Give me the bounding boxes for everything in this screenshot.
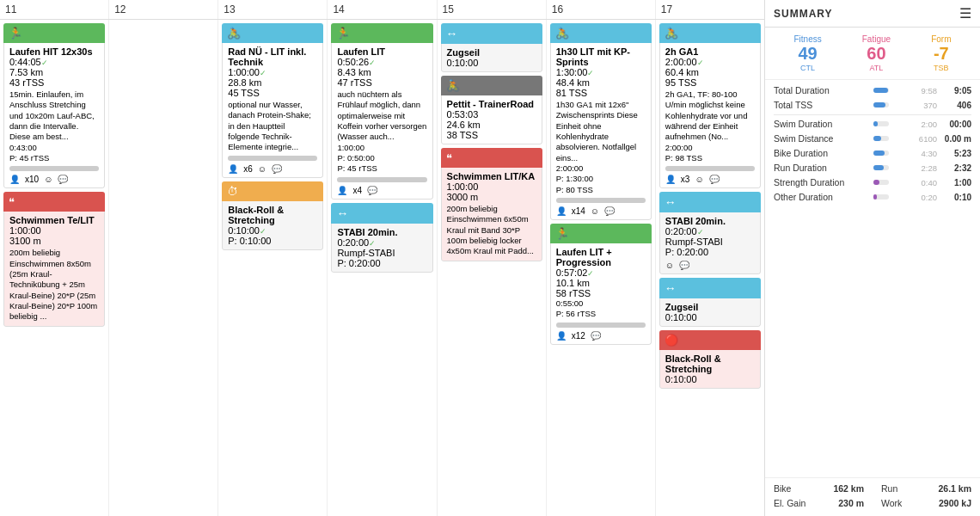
stat-value-left: 2:28 — [894, 163, 937, 173]
activity-2h-ga1[interactable]: 🚴 2h GA1 2:00:00✓ 60.4 km 95 TSS 2h GA1,… — [659, 23, 761, 188]
summary-title: SUMMARY — [774, 8, 833, 20]
people-icon: 👤 — [556, 206, 567, 216]
card-km: 60.4 km — [665, 67, 755, 77]
stat-bar-container — [873, 102, 889, 108]
extra-stat-label: Run — [881, 483, 897, 494]
activity-laufen-hit[interactable]: 🏃 Laufen HIT 12x30s 0:44:05✓ 7.53 km 43 … — [3, 23, 105, 188]
card-km: 24.6 km — [447, 120, 536, 130]
arrows-icon: ↔ — [665, 281, 677, 295]
card-km: 28.8 km — [228, 77, 317, 88]
people-icon: 👤 — [228, 164, 238, 174]
stat-bar — [873, 88, 888, 93]
extra-stat-row-3: Work 2900 kJ — [881, 498, 971, 508]
activity-laufen-lit[interactable]: 🏃 Laufen LIT 0:50:26✓ 8.43 km 47 rTSS au… — [331, 23, 432, 200]
card-title: Pettit - TrainerRoad — [447, 99, 536, 109]
stat-value-right: 00:00 — [937, 120, 971, 129]
card-p: P: 0:20:00 — [337, 258, 426, 268]
stat-row-0: Total Duration 9:58 9:05 — [774, 85, 971, 95]
card-title: Laufen LIT + Progression — [556, 247, 646, 267]
chat-icon: 💬 — [367, 186, 377, 195]
activity-stabi-14[interactable]: ↔ STABI 20min. 0:20:00✓ Rumpf-STABI P: 0… — [331, 203, 432, 273]
stat-bar — [873, 136, 881, 141]
day-col-12 — [109, 20, 218, 516]
stat-label: Other Duration — [774, 192, 868, 202]
summary-menu-icon[interactable]: ☰ — [959, 5, 971, 22]
card-time: 2:00:00✓ — [665, 57, 755, 67]
stat-row-1: Total TSS 370 406 — [774, 100, 971, 110]
card-tss: 95 TSS — [665, 77, 755, 88]
extra-stat-label: Bike — [774, 483, 791, 494]
chat-icon: 💬 — [58, 175, 68, 184]
card-time: 0:10:00 — [447, 58, 536, 68]
card-count: x10 — [25, 175, 39, 184]
timer-icon: ⏱ — [227, 185, 238, 198]
card-p2: P: 45 rTSS — [337, 163, 426, 174]
day-col-17: 🚴 2h GA1 2:00:00✓ 60.4 km 95 TSS 2h GA1,… — [656, 20, 764, 516]
card-footer: 👤 x4 💬 — [337, 186, 426, 195]
stat-row-5: Run Duration 2:28 2:32 — [774, 163, 971, 173]
stat-value-left: 4:30 — [894, 149, 937, 158]
stat-label: Strength Duration — [774, 177, 868, 187]
swim-icon: ❝ — [9, 195, 15, 208]
activity-schwimmen-te[interactable]: ❝ Schwimmen Te/LIT 1:00:00 3100 m 200m b… — [3, 192, 105, 326]
card-time: 0:57:02✓ — [556, 267, 646, 278]
stat-bar-container — [873, 180, 889, 185]
day-col-13: 🚴 Rad NÜ - LIT inkl. Technik 1:00:00✓ 28… — [218, 20, 328, 516]
activity-stabi-17[interactable]: ↔ STABI 20min. 0:20:00✓ Rumpf-STABI P: 0… — [659, 192, 761, 274]
card-time: 1:00:00✓ — [228, 67, 317, 77]
bike-icon: 🚴 — [665, 27, 678, 40]
smiley-icon: ☺ — [591, 206, 599, 216]
card-count: x12 — [572, 331, 585, 341]
card-note: Rumpf-STABI — [665, 236, 755, 247]
extra-stat-value: 162 km — [833, 483, 864, 494]
col-header-13: 13 — [218, 0, 328, 19]
stat-value-left: 0:20 — [894, 193, 937, 202]
stat-bar-container — [873, 194, 889, 200]
card-count: x3 — [681, 175, 690, 184]
summary-panel: SUMMARY ☰ Fitness 49 CTL Fatigue 60 ATL … — [765, 0, 980, 516]
day-col-16: 🚴 1h30 LIT mit KP-Sprints 1:30:00✓ 48.4 … — [547, 20, 656, 516]
activity-zugseil-17[interactable]: ↔ Zugseil 0:10:00 — [659, 278, 761, 327]
col-header-15: 15 — [438, 0, 547, 19]
card-note: 1h30 GA1 mit 12x6" Zwischensprints Diese… — [556, 100, 646, 163]
card-time: 0:20:00✓ — [337, 237, 426, 248]
extra-stat-value: 26.1 km — [938, 483, 971, 494]
stat-value-left: 370 — [894, 101, 937, 110]
activity-zugseil-15[interactable]: ↔ Zugseil 0:10:00 — [441, 23, 542, 72]
activity-pettit[interactable]: 🚴 Pettit - TrainerRoad 0:53:03 24.6 km 3… — [441, 76, 542, 144]
card-footer: 👤 x6 ☺ 💬 — [228, 164, 317, 174]
card-tss: 38 TSS — [447, 130, 536, 140]
activity-laufen-lit-prog[interactable]: 🏃 Laufen LIT + Progression 0:57:02✓ 10.1… — [550, 224, 652, 345]
card-count: x6 — [243, 164, 253, 174]
card-note: Rumpf-STABI — [337, 248, 426, 258]
smiley-icon: ☺ — [258, 164, 266, 174]
card-time: 1:00:00 — [9, 225, 99, 236]
activity-black-roll-13[interactable]: ⏱ Black-Roll & Stretching 0:10:00✓ P: 0:… — [222, 181, 323, 250]
activity-rad-nu[interactable]: 🚴 Rad NÜ - LIT inkl. Technik 1:00:00✓ 28… — [222, 23, 323, 178]
stat-value-right: 406 — [937, 101, 971, 110]
stat-value-left: 9:58 — [894, 86, 937, 95]
stat-value-left: 2:00 — [894, 120, 937, 129]
stat-value-right: 1:00 — [937, 178, 971, 187]
activity-schwimmen-lit[interactable]: ❝ Schwimmen LIT/KA 1:00:00 3000 m 200m b… — [441, 148, 542, 261]
card-title: Schwimmen LIT/KA — [447, 171, 536, 181]
form-item: Form -7 TSB — [931, 34, 951, 72]
fitness-item: Fitness 49 CTL — [794, 34, 822, 72]
stat-row-7: Other Duration 0:20 0:10 — [774, 192, 971, 202]
activity-1h30-lit[interactable]: 🚴 1h30 LIT mit KP-Sprints 1:30:00✓ 48.4 … — [550, 23, 652, 220]
fatigue-unit: ATL — [862, 64, 891, 72]
day-col-11: 🏃 Laufen HIT 12x30s 0:44:05✓ 7.53 km 43 … — [0, 20, 109, 516]
bike-icon: 🚴 — [227, 27, 241, 40]
card-tss: 81 TSS — [556, 88, 646, 98]
stat-bar-container — [873, 88, 889, 93]
card-p2: P: 80 TSS — [556, 185, 646, 195]
stat-bar — [873, 180, 879, 185]
card-p1: P: 1:30:00 — [556, 174, 646, 184]
stat-row-4: Bike Duration 4:30 5:23 — [774, 148, 971, 158]
stat-row-6: Strength Duration 0:40 1:00 — [774, 177, 971, 187]
stat-label: Swim Duration — [774, 119, 868, 129]
card-km: 7.53 km — [9, 67, 99, 77]
stat-bar-container — [873, 165, 889, 170]
stat-value-right: 9:05 — [937, 86, 971, 95]
activity-black-roll-17[interactable]: 🔴 Black-Roll & Stretching 0:10:00 — [659, 330, 761, 389]
